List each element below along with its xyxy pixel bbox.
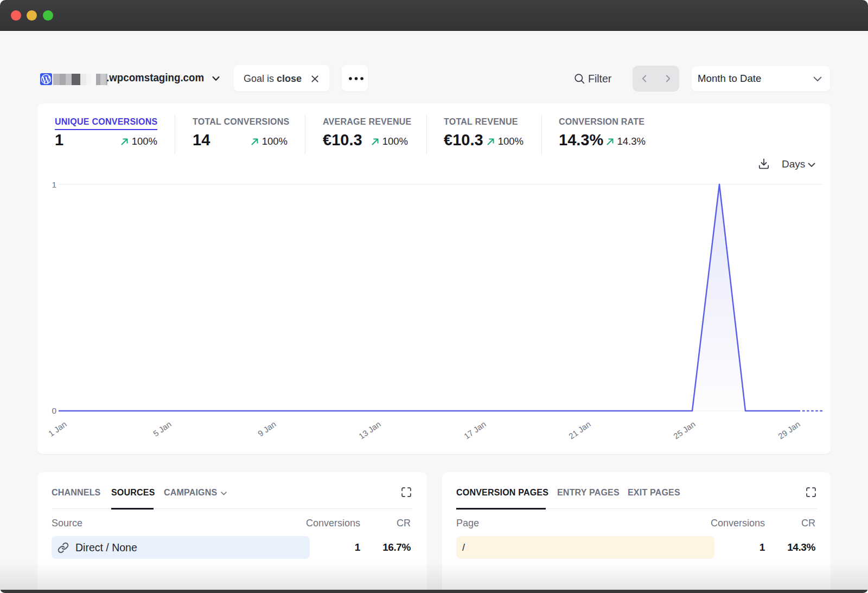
svg-text:17 Jan: 17 Jan <box>462 420 488 441</box>
svg-text:1: 1 <box>52 180 56 189</box>
svg-text:21 Jan: 21 Jan <box>567 420 592 441</box>
svg-text:5 Jan: 5 Jan <box>151 420 173 439</box>
svg-text:1 Jan: 1 Jan <box>47 420 68 439</box>
svg-text:0: 0 <box>52 406 56 415</box>
svg-text:13 Jan: 13 Jan <box>357 420 382 441</box>
svg-text:25 Jan: 25 Jan <box>672 420 697 441</box>
svg-text:29 Jan: 29 Jan <box>776 420 802 441</box>
svg-text:9 Jan: 9 Jan <box>256 420 278 439</box>
